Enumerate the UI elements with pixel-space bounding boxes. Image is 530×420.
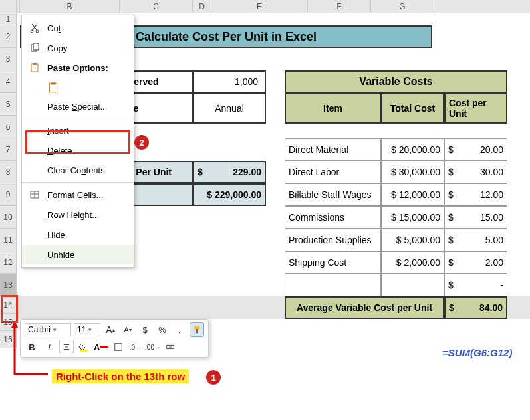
table-row[interactable]: $2.00 <box>444 251 507 274</box>
row-header-1[interactable]: 1 <box>0 13 17 25</box>
increase-decimal-icon[interactable]: .0→ <box>128 340 143 354</box>
row-header-6[interactable]: 6 <box>0 116 17 138</box>
font-size-select[interactable]: 11▾ <box>74 323 100 336</box>
decrease-font-icon[interactable]: A▾ <box>120 322 135 337</box>
row-header-3[interactable]: 3 <box>0 48 17 70</box>
var-h-cpu: Cost per Unit <box>444 93 507 124</box>
copy-icon <box>29 42 41 54</box>
row-header-10[interactable]: 10 <box>0 206 17 229</box>
svg-rect-7 <box>51 82 56 84</box>
table-row[interactable]: $ 5,000.00 <box>381 229 444 251</box>
accounting-format-icon[interactable]: $ <box>138 322 152 337</box>
context-menu: Cut Copy Paste Options: Paste Special...… <box>21 15 134 268</box>
dollar-sign: $ <box>198 167 203 177</box>
table-row[interactable]: $ 30,000.00 <box>381 161 444 183</box>
decrease-decimal-icon[interactable]: .00→ <box>146 340 160 354</box>
menu-label: Unhide <box>47 250 127 260</box>
menu-format-cells[interactable]: Format Cells... <box>22 185 134 205</box>
menu-cut[interactable]: Cut <box>22 18 134 38</box>
table-row[interactable]: Production Supplies <box>285 229 381 251</box>
badge-2: 2 <box>134 135 149 150</box>
svg-rect-16 <box>80 350 88 352</box>
row-header-11[interactable]: 11 <box>0 229 17 251</box>
row-header-7[interactable]: 7 <box>0 138 17 161</box>
row-header-9[interactable]: 9 <box>0 183 17 206</box>
empty-cpu[interactable]: $- <box>444 274 507 296</box>
svg-rect-3 <box>33 43 39 50</box>
blank-icon <box>29 209 41 221</box>
table-row[interactable]: $ 15,000.00 <box>381 206 444 229</box>
menu-separator <box>22 118 134 118</box>
row-header-12[interactable]: 12 <box>0 251 17 274</box>
row-header-14[interactable]: 14 <box>0 296 17 314</box>
borders-icon[interactable] <box>111 340 126 354</box>
formula-display: =SUM(G6:G12) <box>442 347 512 358</box>
menu-label: Clear Contents <box>47 165 127 175</box>
avg-value[interactable]: $84.00 <box>444 296 507 319</box>
table-row[interactable]: $ 20,000.00 <box>381 138 444 161</box>
col-header-F[interactable]: F <box>308 0 371 13</box>
select-all-corner[interactable] <box>0 0 17 13</box>
row-header-2[interactable]: 2 <box>0 25 17 48</box>
arrow-annotation <box>8 321 55 381</box>
var-h-item: Item <box>285 93 381 124</box>
var-h-total: Total Cost <box>381 93 444 124</box>
menu-copy[interactable]: Copy <box>22 38 134 58</box>
cell-C4[interactable]: 1,000 <box>193 70 266 93</box>
col-header-G[interactable]: G <box>371 0 434 13</box>
menu-label: Insert <box>47 126 127 136</box>
menu-paste-special[interactable]: Paste Special... <box>22 98 134 116</box>
font-color-icon[interactable]: A <box>94 340 108 354</box>
menu-clear-contents[interactable]: Clear Contents <box>22 160 134 180</box>
table-row[interactable]: $ 12,000.00 <box>381 183 444 206</box>
col-header-E[interactable]: E <box>211 0 308 13</box>
row-header-4[interactable]: 4 <box>0 70 17 93</box>
table-row[interactable]: $20.00 <box>444 138 507 161</box>
merge-center-icon[interactable] <box>163 340 178 354</box>
scissors-icon <box>29 22 41 34</box>
paste-icon <box>47 82 59 94</box>
format-painter-icon[interactable] <box>190 322 204 337</box>
blank-icon <box>29 249 41 261</box>
menu-delete[interactable]: Delete <box>22 140 134 160</box>
cell-C7[interactable]: $229.00 <box>193 161 266 183</box>
empty-total[interactable] <box>381 274 444 296</box>
table-row[interactable]: Direct Labor <box>285 161 381 183</box>
row-header-5[interactable]: 5 <box>0 93 17 116</box>
badge-1: 1 <box>206 370 221 385</box>
table-row[interactable]: Shipping Cost <box>285 251 381 274</box>
table-row[interactable]: Direct Material <box>285 138 381 161</box>
menu-label: Cut <box>47 23 127 33</box>
row-header-13[interactable]: 13 <box>0 274 17 296</box>
menu-row-height[interactable]: Row Height... <box>22 205 134 225</box>
table-row[interactable]: $30.00 <box>444 161 507 183</box>
svg-rect-17 <box>115 344 122 351</box>
var-costs-title: Variable Costs <box>285 70 507 93</box>
table-row[interactable]: Billable Staff Wages <box>285 183 381 206</box>
svg-rect-5 <box>33 63 37 65</box>
menu-insert[interactable]: Insert <box>22 120 134 140</box>
menu-label: Format Cells... <box>47 190 127 200</box>
align-center-icon[interactable] <box>59 340 74 354</box>
percent-format-icon[interactable]: % <box>155 322 170 337</box>
fill-color-icon[interactable] <box>76 340 91 354</box>
menu-label: Hide <box>47 230 127 240</box>
menu-hide[interactable]: Hide <box>22 225 134 245</box>
menu-paste-btn[interactable] <box>22 78 134 98</box>
increase-font-icon[interactable]: A▴ <box>103 322 118 337</box>
col-header-D[interactable]: D <box>193 0 211 13</box>
cell-C5[interactable]: Annual <box>193 93 266 124</box>
col-header-C[interactable]: C <box>120 0 193 13</box>
empty-item[interactable] <box>285 274 381 296</box>
table-row[interactable]: $12.00 <box>444 183 507 206</box>
table-row[interactable]: $5.00 <box>444 229 507 251</box>
comma-format-icon[interactable]: , <box>172 322 187 337</box>
avg-label: Average Variable Cost per Unit <box>285 296 444 319</box>
menu-unhide[interactable]: Unhide <box>22 245 134 264</box>
col-header-B[interactable]: B <box>20 0 120 13</box>
table-row[interactable]: $ 2,000.00 <box>381 251 444 274</box>
table-row[interactable]: Commissions <box>285 206 381 229</box>
row-header-8[interactable]: 8 <box>0 161 17 183</box>
cell-C8[interactable]: $ 229,000.00 <box>193 183 266 206</box>
table-row[interactable]: $15.00 <box>444 206 507 229</box>
